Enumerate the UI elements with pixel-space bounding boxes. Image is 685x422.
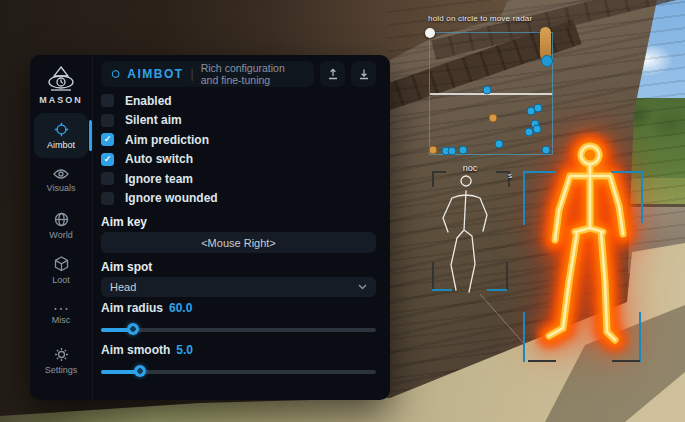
download-icon (358, 68, 370, 80)
radar-axis-line (430, 93, 552, 95)
skeleton-box-corner-bl (432, 262, 436, 290)
toggle-list: Enabled Silent aim Aim prediction Auto s… (101, 91, 376, 208)
aim-spot-label: Aim spot (101, 260, 376, 274)
radar-dot-blue (542, 146, 551, 155)
toggle-ignore-team[interactable]: Ignore team (101, 169, 376, 189)
mason-logo-icon (43, 65, 79, 93)
enemy-box-br-foot (612, 360, 640, 364)
skeleton-box-corner-br (506, 262, 510, 290)
dots-icon (53, 306, 69, 312)
radar-dot-blue (533, 125, 542, 134)
slider-thumb[interactable] (127, 323, 139, 335)
globe-icon (54, 212, 69, 227)
radar-dot-blue (459, 146, 468, 155)
sidebar-item-aimbot[interactable]: Aimbot (34, 113, 88, 158)
sidebar-item-label: Settings (45, 365, 78, 375)
toggle-auto-switch[interactable]: Auto switch (101, 150, 376, 170)
aim-key-button[interactable]: <Mouse Right> (101, 232, 376, 253)
enemy-box-corner-tr (611, 171, 643, 223)
page-subtitle: Rich configuration and fine-tuning (201, 62, 304, 86)
checkbox[interactable] (101, 114, 114, 127)
tab-content: AIMBOT | Rich configuration and fine-tun… (93, 55, 390, 400)
esp-player-name: noc (450, 163, 490, 173)
page-title: AIMBOT (127, 67, 183, 81)
sidebar-item-label: Aimbot (47, 140, 75, 150)
sidebar-item-misc[interactable]: Misc (34, 293, 88, 338)
gear-icon (54, 347, 69, 362)
crosshair-ring-icon (111, 67, 120, 81)
sidebar-item-visuals[interactable]: Visuals (34, 158, 88, 203)
brand: MASON (39, 65, 83, 105)
sidebar-item-loot[interactable]: Loot (34, 248, 88, 293)
slider-thumb[interactable] (134, 365, 146, 377)
aim-smooth-value: 5.0 (176, 343, 193, 357)
box-icon (54, 256, 69, 272)
radar-dot-blue (448, 147, 457, 156)
radar-dot-blue (483, 86, 492, 95)
aim-radius-label: Aim radius (101, 301, 163, 315)
esp-distance-tag: s (508, 171, 512, 180)
toggle-enabled[interactable]: Enabled (101, 91, 376, 111)
screen: hold on circle to move radar noc s (0, 0, 685, 422)
skeleton-box-br-foot (487, 289, 507, 293)
toggle-ignore-wounded[interactable]: Ignore wounded (101, 189, 376, 209)
checkbox[interactable] (101, 172, 114, 185)
aim-radius-slider[interactable] (101, 323, 376, 335)
radar-dot-orange (429, 146, 438, 155)
aim-radius-value: 60.0 (169, 301, 192, 315)
upload-icon (327, 68, 339, 80)
sidebar: MASON Aimbot Visuals World (30, 55, 93, 400)
radar-dot-blue (495, 140, 504, 149)
aim-smooth-label: Aim smooth (101, 343, 170, 357)
skeleton-box-corner-tl (432, 171, 446, 187)
toggle-label: Ignore wounded (125, 191, 218, 205)
import-config-button[interactable] (351, 61, 376, 87)
checkbox[interactable] (101, 133, 114, 146)
toggle-label: Auto switch (125, 152, 193, 166)
toggle-label: Ignore team (125, 172, 193, 186)
checkbox[interactable] (101, 94, 114, 107)
enemy-box-corner-br (639, 312, 643, 362)
toggle-label: Enabled (125, 94, 172, 108)
slider-track[interactable] (101, 328, 376, 332)
checkbox[interactable] (101, 192, 114, 205)
header-divider: | (191, 67, 194, 81)
export-config-button[interactable] (320, 61, 345, 87)
toggle-label: Silent aim (125, 113, 182, 127)
aim-smooth-slider[interactable] (101, 365, 376, 377)
radar-tooltip: hold on circle to move radar (428, 14, 532, 23)
aim-radius-row: Aim radius 60.0 (101, 301, 376, 315)
aim-key-label: Aim key (101, 215, 376, 229)
sidebar-item-label: Visuals (47, 183, 76, 193)
radar (429, 32, 553, 155)
enemy-box-corner-tl (523, 171, 555, 225)
radar-drag-handle[interactable] (425, 28, 435, 38)
sidebar-item-label: Loot (52, 275, 70, 285)
eye-icon (53, 168, 69, 180)
sidebar-item-world[interactable]: World (34, 203, 88, 248)
aim-spot-select[interactable]: Head (101, 277, 376, 297)
radar-dot-blue (534, 104, 543, 113)
header-row: AIMBOT | Rich configuration and fine-tun… (101, 61, 376, 87)
sidebar-item-label: World (49, 230, 72, 240)
skeleton-esp (428, 168, 513, 298)
cheat-menu-panel: MASON Aimbot Visuals World (30, 55, 390, 400)
item-marker-dot (541, 55, 553, 67)
aim-spot-value: Head (110, 281, 358, 293)
toggle-label: Aim prediction (125, 133, 209, 147)
chevron-down-icon (358, 284, 367, 290)
enemy-player-glow (535, 132, 645, 362)
enemy-box-corner-bl (523, 312, 527, 362)
radar-dot-orange (489, 114, 498, 123)
enemy-box-bl-foot (528, 360, 556, 364)
brand-name: MASON (39, 95, 83, 105)
toggle-aim-prediction[interactable]: Aim prediction (101, 130, 376, 150)
aim-smooth-row: Aim smooth 5.0 (101, 343, 376, 357)
toggle-silent-aim[interactable]: Silent aim (101, 111, 376, 131)
header-pill: AIMBOT | Rich configuration and fine-tun… (101, 61, 314, 87)
skeleton-box-bl-foot (432, 289, 452, 293)
sidebar-item-settings[interactable]: Settings (34, 338, 88, 383)
sidebar-item-label: Misc (52, 315, 71, 325)
checkbox[interactable] (101, 153, 114, 166)
crosshair-icon (54, 122, 69, 137)
